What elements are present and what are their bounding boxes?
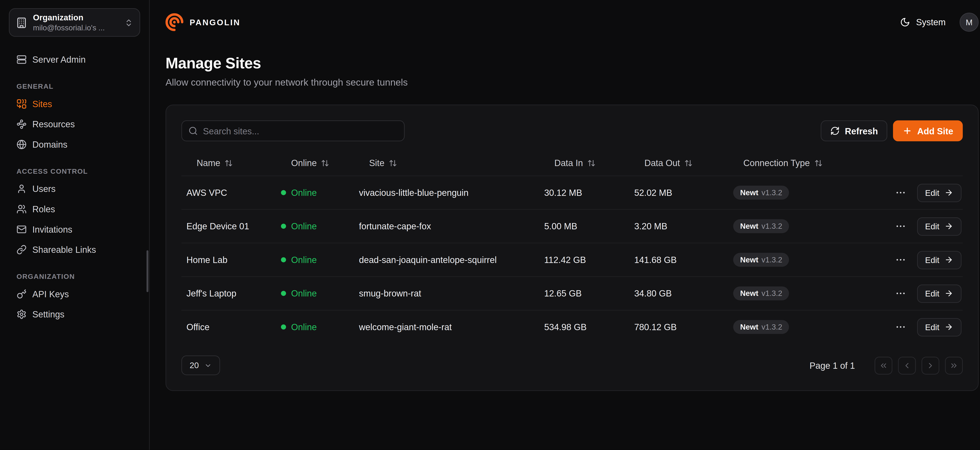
cell-connection-type: Newtv1.3.2 — [728, 219, 883, 233]
cell-data-in: 12.65 GB — [539, 288, 629, 298]
page-title: Manage Sites — [165, 54, 978, 72]
sidebar-item-label: Shareable Links — [32, 245, 96, 255]
edit-button[interactable]: Edit — [917, 318, 962, 336]
user-avatar[interactable]: M — [959, 13, 978, 32]
sidebar-item-roles[interactable]: Roles — [9, 199, 140, 219]
org-switcher[interactable]: Organization milo@fossorial.io's ... — [9, 8, 140, 37]
row-menu-button[interactable] — [895, 321, 906, 333]
edit-label: Edit — [925, 255, 939, 265]
sidebar-item-domains[interactable]: Domains — [9, 134, 140, 155]
table-row: AWS VPC Online vivacious-little-blue-pen… — [181, 176, 963, 209]
edit-label: Edit — [925, 322, 939, 332]
cell-online: Online — [276, 221, 354, 231]
edit-button[interactable]: Edit — [917, 284, 962, 303]
connection-type-badge: Newtv1.3.2 — [733, 253, 789, 267]
online-status-dot — [281, 257, 286, 262]
cell-data-in: 5.00 MB — [539, 221, 629, 231]
column-header-site[interactable]: Site — [354, 158, 539, 168]
online-status-label: Online — [291, 188, 317, 198]
edit-button[interactable]: Edit — [917, 217, 962, 235]
cell-online: Online — [276, 288, 354, 298]
cell-name: Edge Device 01 — [181, 221, 276, 231]
search-box — [181, 120, 404, 141]
table-row: Home Lab Online dead-san-joaquin-antelop… — [181, 242, 963, 276]
search-input[interactable] — [203, 126, 398, 136]
theme-selector-button[interactable]: System — [900, 17, 946, 27]
sidebar-item-invitations[interactable]: Invitations — [9, 219, 140, 240]
edit-label: Edit — [925, 288, 939, 298]
connection-name: Newt — [740, 323, 758, 331]
cell-actions: Edit — [883, 217, 963, 235]
previous-page-button[interactable] — [898, 357, 916, 374]
chevrons-right-icon — [950, 361, 958, 370]
next-page-button[interactable] — [921, 357, 939, 374]
sort-icon — [321, 159, 329, 167]
connection-type-badge: Newtv1.3.2 — [733, 287, 789, 300]
sort-icon — [225, 159, 233, 167]
row-menu-button[interactable] — [895, 220, 906, 232]
org-switcher-text: Organization milo@fossorial.io's ... — [33, 13, 119, 32]
more-horizontal-icon — [895, 220, 906, 232]
sidebar-item-label: Sites — [32, 99, 52, 109]
cell-name: Jeff's Laptop — [181, 288, 276, 298]
sidebar-item-users[interactable]: Users — [9, 179, 140, 199]
sidebar-item-label: Resources — [32, 119, 75, 129]
connection-name: Newt — [740, 289, 758, 298]
sidebar-item-label: API Keys — [32, 289, 69, 299]
sidebar-item-shareable-links[interactable]: Shareable Links — [9, 239, 140, 260]
column-header-data-out[interactable]: Data Out — [629, 158, 728, 168]
cell-connection-type: Newtv1.3.2 — [728, 185, 883, 200]
row-menu-button[interactable] — [895, 254, 906, 266]
more-horizontal-icon — [895, 254, 906, 266]
online-status-label: Online — [291, 221, 317, 231]
connection-version: v1.3.2 — [762, 323, 782, 331]
connection-version: v1.3.2 — [762, 255, 782, 264]
cell-site: dead-san-joaquin-antelope-squirrel — [354, 255, 539, 265]
chevron-down-icon — [204, 361, 212, 369]
globe-icon — [16, 139, 27, 150]
edit-button[interactable]: Edit — [917, 184, 962, 202]
row-menu-button[interactable] — [895, 288, 906, 299]
table-row: Office Online welcome-giant-mole-rat 534… — [181, 310, 963, 344]
sidebar-item-server-admin[interactable]: Server Admin — [9, 49, 140, 70]
column-header-online[interactable]: Online — [276, 158, 354, 168]
column-header-connection-type[interactable]: Connection Type — [728, 158, 883, 168]
sidebar-item-sites[interactable]: Sites — [9, 94, 140, 114]
first-page-button[interactable] — [875, 357, 892, 374]
nav-section-organization: ORGANIZATION — [16, 273, 132, 280]
connection-name: Newt — [740, 255, 758, 264]
sidebar-item-resources[interactable]: Resources — [9, 114, 140, 134]
cell-data-out: 52.02 MB — [629, 188, 728, 198]
refresh-button[interactable]: Refresh — [821, 120, 888, 141]
column-header-data-in[interactable]: Data In — [539, 158, 629, 168]
online-status-label: Online — [291, 255, 317, 265]
cell-data-in: 534.98 GB — [539, 322, 629, 332]
chevrons-up-down-icon — [124, 18, 133, 27]
sidebar-item-settings[interactable]: Settings — [9, 304, 140, 325]
column-header-name[interactable]: Name — [181, 158, 276, 168]
sidebar-item-label: Server Admin — [32, 54, 86, 65]
main-area: PANGOLIN System M Manage Sites Allow con… — [150, 0, 980, 450]
sidebar-item-api-keys[interactable]: API Keys — [9, 284, 140, 304]
last-page-button[interactable] — [945, 357, 963, 374]
page-size-value: 20 — [190, 361, 199, 370]
building-icon — [16, 17, 27, 28]
sidebar-scrollbar-thumb[interactable] — [146, 250, 148, 292]
row-menu-button[interactable] — [895, 187, 906, 198]
cell-actions: Edit — [883, 250, 963, 269]
edit-button[interactable]: Edit — [917, 250, 962, 269]
online-status-dot — [281, 291, 286, 296]
connection-version: v1.3.2 — [762, 188, 782, 197]
chevron-right-icon — [926, 361, 935, 370]
sort-icon — [814, 159, 822, 167]
column-label: Data In — [554, 158, 583, 168]
add-site-button[interactable]: Add Site — [893, 120, 963, 141]
table-header-row: Name Online Site Data In — [181, 150, 963, 176]
sidebar: Organization milo@fossorial.io's ... Ser… — [0, 0, 150, 450]
refresh-label: Refresh — [845, 126, 878, 136]
column-label: Data Out — [644, 158, 680, 168]
page-size-select[interactable]: 20 — [181, 355, 220, 375]
connection-type-badge: Newtv1.3.2 — [733, 219, 789, 233]
column-label: Name — [197, 158, 220, 168]
top-bar: PANGOLIN System M — [150, 0, 980, 40]
